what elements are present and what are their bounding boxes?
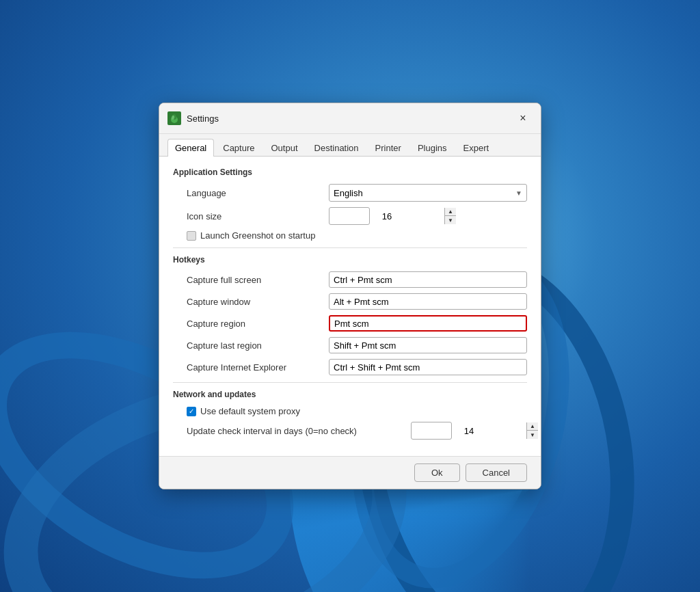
tab-expert[interactable]: Expert <box>456 139 497 157</box>
capture-fullscreen-label: Capture full screen <box>187 275 323 285</box>
section-divider-1 <box>173 247 527 248</box>
cancel-button[interactable]: Cancel <box>466 463 527 482</box>
capture-region-label: Capture region <box>187 319 323 329</box>
update-interval-value[interactable] <box>412 426 526 436</box>
proxy-checkbox[interactable] <box>187 407 196 416</box>
ok-button[interactable]: Ok <box>414 463 460 482</box>
language-value: English <box>334 188 363 198</box>
capture-fullscreen-value: Ctrl + Pmt scm <box>334 275 392 285</box>
spinbox-buttons: ▲ ▼ <box>444 208 456 224</box>
section-divider-2 <box>173 382 527 383</box>
capture-last-region-row: Capture last region Shift + Pmt scm <box>173 337 527 353</box>
tab-output[interactable]: Output <box>264 139 306 157</box>
update-interval-spinbox[interactable]: ▲ ▼ <box>411 422 452 440</box>
dropdown-arrow-icon: ▼ <box>515 189 522 197</box>
hotkeys-title: Hotkeys <box>173 255 527 265</box>
capture-window-input[interactable]: Alt + Pmt scm <box>329 293 527 310</box>
spinbox-up-button[interactable]: ▲ <box>445 208 456 216</box>
capture-window-label: Capture window <box>187 297 323 307</box>
dialog-content: Application Settings Language English ▼ … <box>159 157 541 456</box>
capture-ie-control: Ctrl + Shift + Pmt scm <box>329 359 527 375</box>
dialog-titlebar: Settings × <box>159 103 541 134</box>
dialog-title: Settings <box>187 113 508 124</box>
icon-size-row: Icon size ▲ ▼ <box>173 207 527 225</box>
tab-destination[interactable]: Destination <box>307 139 366 157</box>
update-interval-label: Update check interval in days (0=no chec… <box>187 426 405 436</box>
spinbox-down-button[interactable]: ▼ <box>445 216 456 224</box>
icon-size-spinbox[interactable]: ▲ ▼ <box>329 207 370 225</box>
proxy-label: Use default system proxy <box>200 406 300 416</box>
capture-ie-value: Ctrl + Shift + Pmt scm <box>334 362 420 373</box>
settings-dialog: Settings × General Capture Output Destin… <box>159 103 541 489</box>
app-icon <box>167 111 181 125</box>
capture-window-value: Alt + Pmt scm <box>334 297 389 307</box>
capture-window-control: Alt + Pmt scm <box>329 293 527 310</box>
tab-capture[interactable]: Capture <box>215 139 262 157</box>
update-spinbox-buttons: ▲ ▼ <box>526 422 538 439</box>
tab-printer[interactable]: Printer <box>368 139 409 157</box>
application-settings-title: Application Settings <box>173 167 527 177</box>
capture-last-region-input[interactable]: Shift + Pmt scm <box>329 337 527 353</box>
update-spinbox-down-button[interactable]: ▼ <box>527 431 538 439</box>
update-spinbox-up-button[interactable]: ▲ <box>527 422 538 431</box>
network-title: Network and updates <box>173 390 527 399</box>
capture-last-region-label: Capture last region <box>187 340 323 351</box>
capture-region-control: Pmt scm <box>329 315 527 332</box>
dialog-overlay: Settings × General Capture Output Destin… <box>0 0 700 592</box>
capture-fullscreen-input[interactable]: Ctrl + Pmt scm <box>329 271 527 288</box>
launch-row: Launch Greenshot on startup <box>173 230 527 241</box>
capture-ie-label: Capture Internet Explorer <box>187 362 323 373</box>
launch-label: Launch Greenshot on startup <box>200 230 315 241</box>
tab-plugins[interactable]: Plugins <box>410 139 455 157</box>
language-row: Language English ▼ <box>173 184 527 202</box>
capture-ie-row: Capture Internet Explorer Ctrl + Shift +… <box>173 359 527 375</box>
capture-region-value: Pmt scm <box>334 319 369 329</box>
language-control: English ▼ <box>329 184 527 202</box>
capture-window-row: Capture window Alt + Pmt scm <box>173 293 527 310</box>
language-label: Language <box>187 188 323 198</box>
capture-last-region-value: Shift + Pmt scm <box>334 340 396 351</box>
launch-checkbox[interactable] <box>187 231 196 241</box>
dialog-footer: Ok Cancel <box>159 456 541 489</box>
language-select[interactable]: English ▼ <box>329 184 527 202</box>
capture-region-row: Capture region Pmt scm <box>173 315 527 332</box>
tab-general[interactable]: General <box>167 139 214 157</box>
icon-size-value[interactable] <box>329 211 444 221</box>
capture-fullscreen-control: Ctrl + Pmt scm <box>329 271 527 288</box>
capture-fullscreen-row: Capture full screen Ctrl + Pmt scm <box>173 271 527 288</box>
dialog-tabs: General Capture Output Destination Print… <box>159 134 541 157</box>
update-interval-row: Update check interval in days (0=no chec… <box>173 422 527 440</box>
proxy-row: Use default system proxy <box>173 406 527 416</box>
icon-size-label: Icon size <box>187 211 323 221</box>
capture-region-input[interactable]: Pmt scm <box>329 315 527 332</box>
capture-ie-input[interactable]: Ctrl + Shift + Pmt scm <box>329 359 527 375</box>
close-button[interactable]: × <box>513 109 533 128</box>
capture-last-region-control: Shift + Pmt scm <box>329 337 527 353</box>
